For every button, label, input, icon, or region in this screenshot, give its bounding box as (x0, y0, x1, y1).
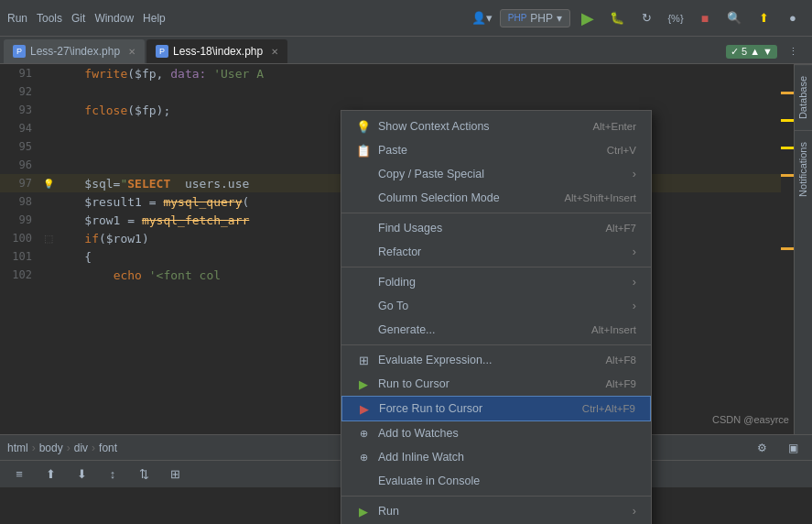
paste-icon: 📋 (356, 143, 371, 158)
eval-console-icon (356, 474, 371, 488)
settings-icon[interactable]: ⚙ (750, 436, 774, 460)
cm-goto[interactable]: Go To › (341, 294, 651, 318)
cm-copy-paste[interactable]: Copy / Paste Special › (341, 162, 651, 186)
bc-html: html (7, 442, 28, 454)
add-watches-icon: ⊕ (356, 426, 371, 441)
generate-icon (356, 322, 371, 337)
php-label: PHP (530, 12, 553, 25)
cm-col-sel[interactable]: Column Selection Mode Alt+Shift+Insert (341, 186, 651, 210)
bottom-menu-icon[interactable]: ≡ (7, 463, 31, 486)
cm-goto-arrow: › (633, 300, 636, 312)
nav-down-icon[interactable]: ▼ (763, 46, 773, 57)
cm-eval-expr-shortcut: Alt+F8 (605, 355, 636, 366)
cm-add-watches[interactable]: ⊕ Add to Watches (341, 421, 651, 445)
cm-copy-paste-arrow: › (633, 168, 636, 180)
debug-button[interactable]: 🐛 (605, 6, 629, 30)
tab-label-2: Less-18\index.php (173, 45, 263, 58)
cm-col-sel-label: Column Selection Mode (378, 191, 500, 204)
tab-close-1[interactable]: ✕ (128, 47, 135, 57)
bottom-updown-icon[interactable]: ↕ (101, 463, 125, 486)
tab-close-2[interactable]: ✕ (271, 47, 278, 57)
code-line-92: 92 (0, 82, 812, 101)
nav-up-icon[interactable]: ▲ (750, 46, 760, 57)
bottom-grid-icon[interactable]: ⊞ (163, 463, 187, 486)
cm-generate[interactable]: Generate... Alt+Insert (341, 318, 651, 342)
search-button[interactable]: 🔍 (722, 6, 746, 30)
cm-folding[interactable]: Folding › (341, 270, 651, 294)
check-icon: ✓ (731, 46, 739, 58)
menu-window[interactable]: Window (94, 12, 134, 25)
menu-tools[interactable]: Tools (37, 12, 62, 25)
user-icon[interactable]: 👤▾ (471, 6, 494, 30)
add-inline-icon: ⊕ (356, 450, 371, 464)
bottom-down-icon[interactable]: ⬇ (70, 463, 93, 486)
cm-force-run-label: Force Run to Cursor (379, 402, 482, 415)
cm-run-cursor[interactable]: ▶ Run to Cursor Alt+F9 (341, 372, 651, 396)
panel-icon[interactable]: ▣ (781, 436, 805, 460)
cm-find-usages-shortcut: Alt+F7 (605, 223, 636, 234)
cm-paste-shortcut: Ctrl+V (607, 145, 636, 156)
cm-add-inline[interactable]: ⊕ Add Inline Watch (341, 445, 651, 469)
cm-sep-3 (341, 344, 651, 345)
cm-run-cursor-shortcut: Alt+F9 (605, 378, 636, 389)
database-panel[interactable]: Database (795, 64, 812, 130)
cm-eval-expr[interactable]: ⊞ Evaluate Expression... Alt+F8 (341, 348, 651, 372)
notifications-panel[interactable]: Notifications (795, 130, 812, 208)
line-count-badge: 5 (742, 46, 747, 57)
cm-show-context[interactable]: 💡 Show Context Actions Alt+Enter (341, 115, 651, 138)
rerun-button[interactable]: ↻ (634, 6, 658, 30)
cm-refactor[interactable]: Refactor › (341, 240, 651, 264)
tabs-bar: P Less-27\index.php ✕ P Less-18\index.ph… (0, 37, 812, 64)
toolbar: Run Tools Git Window Help 👤▾ PHP PHP ▾ ▶… (0, 0, 812, 37)
cm-find-usages[interactable]: Find Usages Alt+F7 (341, 216, 651, 240)
stop-button[interactable]: ■ (693, 6, 717, 30)
tab-label-1: Less-27\index.php (30, 45, 120, 58)
cm-paste-label: Paste (378, 144, 407, 157)
toolbar-icons: 👤▾ PHP PHP ▾ ▶ 🐛 ↻ {%} ■ 🔍 ⬆ ● (471, 6, 805, 30)
cm-eval-expr-label: Evaluate Expression... (378, 354, 492, 366)
run-cursor-icon: ▶ (356, 377, 371, 391)
bottom-up-icon[interactable]: ⬆ (38, 463, 62, 486)
tab-icon-2: P (156, 45, 168, 58)
tab-more-icon[interactable]: ⋮ (781, 39, 805, 63)
tab-less18[interactable]: P Less-18\index.php ✕ (146, 39, 287, 63)
cm-find-usages-label: Find Usages (378, 222, 442, 235)
cm-paste[interactable]: 📋 Paste Ctrl+V (341, 138, 651, 162)
bc-font: font (99, 442, 117, 454)
refactor-icon (356, 245, 371, 259)
php-dropdown-arrow[interactable]: ▾ (557, 12, 562, 25)
bottom-swap-icon[interactable]: ⇅ (132, 463, 156, 486)
menu-help[interactable]: Help (143, 12, 166, 25)
run-button[interactable]: ▶ (576, 6, 600, 30)
watermark: CSDN @easyrce (712, 414, 789, 425)
update-button[interactable]: ⬆ (752, 6, 775, 30)
cm-sep-2 (341, 267, 651, 267)
cm-run[interactable]: ▶ Run › (341, 499, 651, 523)
profile-button[interactable]: {%} (664, 6, 687, 30)
cm-run-icon: ▶ (356, 504, 371, 519)
php-selector[interactable]: PHP PHP ▾ (500, 9, 570, 27)
menu-git[interactable]: Git (71, 12, 85, 25)
cm-generate-shortcut: Alt+Insert (591, 324, 636, 335)
tab-icon-1: P (13, 45, 26, 58)
cm-refactor-arrow: › (633, 246, 636, 258)
cm-force-run[interactable]: ▶ Force Run to Cursor Ctrl+Alt+F9 (341, 396, 651, 421)
cm-add-inline-label: Add Inline Watch (378, 451, 464, 464)
cm-show-context-label: Show Context Actions (378, 120, 490, 133)
eval-expr-icon: ⊞ (356, 353, 371, 367)
cm-eval-console[interactable]: Evaluate in Console (341, 469, 651, 493)
find-usages-icon (356, 221, 371, 235)
cm-sep-4 (341, 496, 651, 497)
more-button[interactable]: ● (781, 6, 805, 30)
cm-force-run-shortcut: Ctrl+Alt+F9 (582, 403, 635, 414)
tab-less27[interactable]: P Less-27\index.php ✕ (4, 39, 145, 63)
code-line-91: 91 fwrite($fp, data: 'User A (0, 64, 812, 82)
copy-paste-icon (356, 167, 371, 181)
menu-run[interactable]: Run (7, 12, 27, 25)
col-sel-icon (356, 191, 371, 205)
context-menu: 💡 Show Context Actions Alt+Enter 📋 Paste… (341, 110, 652, 524)
cm-copy-paste-label: Copy / Paste Special (378, 168, 484, 180)
bc-body: body (39, 442, 63, 454)
lightbulb-icon: 💡 (356, 119, 371, 134)
cm-folding-label: Folding (378, 276, 416, 289)
